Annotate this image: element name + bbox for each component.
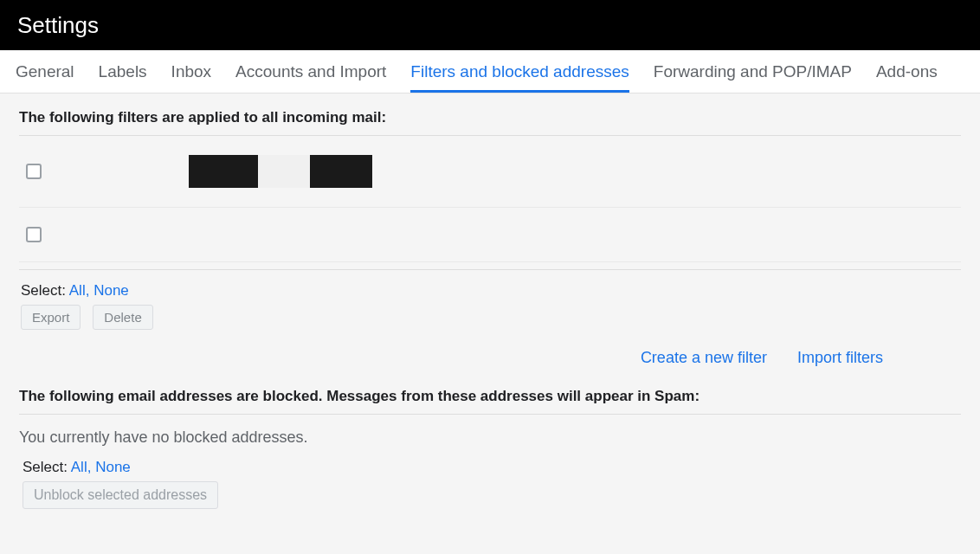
import-filters-link[interactable]: Import filters	[797, 349, 883, 366]
filters-select-row: Select: All, None	[19, 282, 961, 300]
tab-forwarding-pop-imap[interactable]: Forwarding and POP/IMAP	[654, 50, 852, 93]
create-new-filter-link[interactable]: Create a new filter	[641, 349, 767, 366]
content-area: The following filters are applied to all…	[0, 93, 980, 525]
export-button[interactable]: Export	[21, 305, 81, 330]
page-title: Settings	[17, 12, 99, 39]
tab-inbox[interactable]: Inbox	[171, 50, 211, 93]
redacted-block	[189, 155, 258, 188]
blocked-select-row: Select: All, None	[19, 459, 961, 476]
comma: ,	[86, 282, 90, 299]
unblock-selected-button[interactable]: Unblock selected addresses	[23, 481, 218, 509]
select-all-link[interactable]: All	[71, 459, 87, 475]
page-header: Settings	[0, 0, 980, 50]
select-all-link[interactable]: All	[69, 282, 86, 299]
tab-labels[interactable]: Labels	[99, 50, 147, 93]
redacted-block	[258, 155, 310, 188]
select-label: Select:	[21, 282, 66, 299]
filter-row	[19, 136, 961, 208]
filter-buttons-row: Export Delete	[19, 305, 961, 330]
blocked-section: The following email addresses are blocke…	[19, 388, 961, 509]
tab-accounts-import[interactable]: Accounts and Import	[235, 50, 386, 93]
no-blocked-message: You currently have no blocked addresses.	[19, 428, 961, 447]
comma: ,	[87, 459, 92, 475]
filter-actions: Create a new filter Import filters	[19, 349, 961, 367]
divider	[19, 414, 961, 415]
tab-general[interactable]: General	[16, 50, 74, 93]
filter-row	[19, 208, 961, 262]
select-none-link[interactable]: None	[95, 459, 131, 475]
tab-addons[interactable]: Add-ons	[876, 50, 938, 93]
select-none-link[interactable]: None	[93, 282, 129, 299]
filter-checkbox[interactable]	[26, 164, 42, 179]
filter-checkbox[interactable]	[26, 227, 42, 242]
settings-tabs: General Labels Inbox Accounts and Import…	[0, 50, 980, 93]
blocked-section-heading: The following email addresses are blocke…	[19, 388, 961, 405]
filters-section-heading: The following filters are applied to all…	[19, 109, 961, 126]
divider	[19, 269, 961, 270]
select-label: Select:	[23, 459, 68, 475]
tab-filters-blocked[interactable]: Filters and blocked addresses	[410, 50, 629, 93]
filter-redacted-content	[189, 155, 372, 188]
delete-button[interactable]: Delete	[93, 305, 152, 330]
redacted-block	[310, 155, 372, 188]
